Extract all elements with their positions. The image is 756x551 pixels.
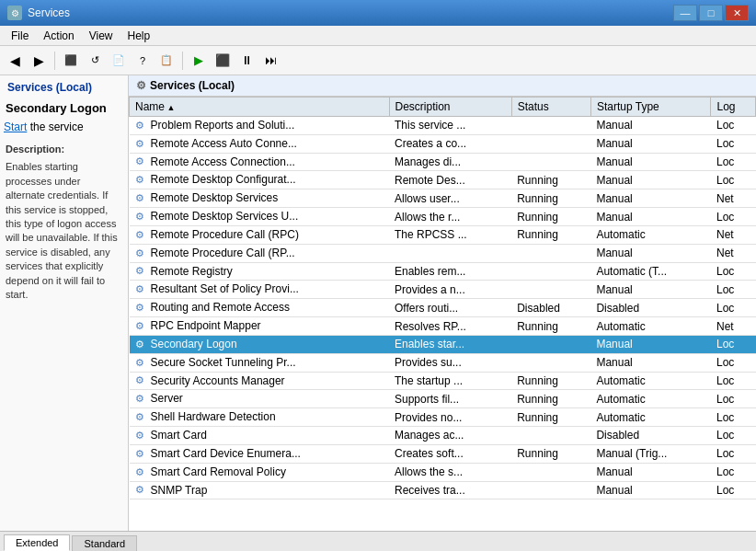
col-description[interactable]: Description <box>389 98 511 117</box>
service-startup-cell: Manual <box>590 208 711 226</box>
service-name-cell: ⚙Routing and Remote Access <box>130 299 390 317</box>
service-status-cell <box>511 427 590 445</box>
table-row[interactable]: ⚙Secure Socket Tunneling Pr...Provides s… <box>130 353 756 372</box>
service-desc-cell: Manages ac... <box>389 427 511 445</box>
tab-standard[interactable]: Standard <box>72 535 137 551</box>
service-name-cell: ⚙Remote Desktop Services U... <box>130 208 390 226</box>
col-name[interactable]: Name <box>130 98 390 117</box>
service-name-cell: ⚙Secure Socket Tunneling Pr... <box>130 353 390 372</box>
service-log-cell: Loc <box>711 262 756 281</box>
back-button[interactable]: ◀ <box>4 50 26 72</box>
service-name-cell: ⚙Problem Reports and Soluti... <box>130 117 390 135</box>
table-row[interactable]: ⚙Secondary LogonEnables star...ManualLoc <box>130 335 756 353</box>
services-table-container[interactable]: Name Description Status Startup Type Log… <box>129 97 756 531</box>
table-row[interactable]: ⚙Remote Desktop Configurat...Remote Des.… <box>130 171 756 189</box>
service-icon: ⚙ <box>135 265 148 278</box>
service-status-cell: Running <box>511 317 590 336</box>
start-service-button[interactable]: ▶ <box>188 50 210 72</box>
properties-button[interactable]: 📋 <box>155 50 178 72</box>
table-row[interactable]: ⚙Security Accounts ManagerThe startup ..… <box>130 372 756 390</box>
service-status-cell <box>511 353 590 372</box>
start-suffix: the service <box>27 121 83 133</box>
service-icon: ⚙ <box>135 484 148 497</box>
service-desc-cell: Enables star... <box>389 335 511 353</box>
service-status-cell: Running <box>511 189 590 208</box>
export-button[interactable]: 📄 <box>108 50 130 72</box>
table-row[interactable]: ⚙ServerSupports fil...RunningAutomaticLo… <box>130 390 756 408</box>
service-status-cell: Running <box>511 390 590 408</box>
service-icon: ⚙ <box>135 211 148 224</box>
service-log-cell: Loc <box>711 444 756 463</box>
table-row[interactable]: ⚙Shell Hardware DetectionProvides no...R… <box>130 408 756 427</box>
description-text: Enables starting processes under alterna… <box>6 160 122 302</box>
table-row[interactable]: ⚙Remote RegistryEnables rem...Automatic … <box>130 262 756 281</box>
service-log-cell: Net <box>711 189 756 208</box>
service-startup-cell: Manual <box>590 244 711 262</box>
col-log[interactable]: Log <box>711 98 756 117</box>
service-icon: ⚙ <box>135 192 148 205</box>
right-panel-header: Services (Local) <box>129 75 756 97</box>
table-row[interactable]: ⚙SNMP TrapReceives tra...ManualLoc <box>130 481 756 499</box>
service-icon: ⚙ <box>135 283 148 296</box>
table-row[interactable]: ⚙Remote Desktop Services U...Allows the … <box>130 208 756 226</box>
forward-button[interactable]: ▶ <box>28 50 50 72</box>
table-row[interactable]: ⚙Problem Reports and Soluti...This servi… <box>130 117 756 135</box>
service-log-cell: Net <box>711 225 756 244</box>
left-panel-header: Services (Local) <box>4 79 124 96</box>
service-status-cell <box>511 244 590 262</box>
service-name-cell: ⚙Remote Desktop Services <box>130 189 390 208</box>
service-desc-cell: This service ... <box>389 117 511 135</box>
col-status[interactable]: Status <box>511 98 590 117</box>
service-startup-cell: Manual <box>590 463 711 481</box>
service-name-cell: ⚙Remote Procedure Call (RP... <box>130 244 390 262</box>
table-row[interactable]: ⚙Routing and Remote AccessOffers routi..… <box>130 299 756 317</box>
stop-service-button[interactable]: ⬛ <box>212 50 234 72</box>
table-row[interactable]: ⚙Smart Card Removal PolicyAllows the s..… <box>130 463 756 481</box>
service-status-cell: Running <box>511 444 590 463</box>
table-row[interactable]: ⚙Smart CardManages ac...DisabledLoc <box>130 427 756 445</box>
minimize-button[interactable]: — <box>673 5 697 21</box>
service-desc-cell: Manages di... <box>389 153 511 171</box>
service-icon: ⚙ <box>135 393 148 406</box>
start-service-link[interactable]: Start <box>4 121 27 133</box>
service-desc-cell: Offers routi... <box>389 299 511 317</box>
service-startup-cell: Automatic (T... <box>590 262 711 281</box>
menubar: FileActionViewHelp <box>0 26 756 46</box>
col-startup[interactable]: Startup Type <box>590 98 711 117</box>
table-row[interactable]: ⚙Remote Procedure Call (RP...ManualNet <box>130 244 756 262</box>
service-name-cell: ⚙Remote Access Connection... <box>130 153 390 171</box>
table-row[interactable]: ⚙Remote Desktop ServicesAllows user...Ru… <box>130 189 756 208</box>
table-row[interactable]: ⚙Smart Card Device Enumera...Creates sof… <box>130 444 756 463</box>
tabs-bar: ExtendedStandard <box>0 531 756 551</box>
close-button[interactable]: ✕ <box>725 5 749 21</box>
refresh-button[interactable]: ↺ <box>84 50 106 72</box>
pause-service-button[interactable]: ⏸ <box>235 50 258 72</box>
table-row[interactable]: ⚙Remote Access Auto Conne...Creates a co… <box>130 134 756 153</box>
description-section: Description: Enables starting processes … <box>4 143 124 302</box>
table-row[interactable]: ⚙Resultant Set of Policy Provi...Provide… <box>130 281 756 299</box>
maximize-button[interactable]: □ <box>699 5 723 21</box>
service-status-cell: Running <box>511 372 590 390</box>
gear-icon <box>136 79 146 92</box>
tab-extended[interactable]: Extended <box>4 534 70 551</box>
table-row[interactable]: ⚙RPC Endpoint MapperResolves RP...Runnin… <box>130 317 756 336</box>
show-scope-button[interactable]: ⬛ <box>60 50 82 72</box>
table-row[interactable]: ⚙Remote Access Connection...Manages di..… <box>130 153 756 171</box>
service-icon: ⚙ <box>135 430 148 442</box>
right-panel: Services (Local) Name Description Status… <box>129 75 756 531</box>
service-log-cell: Loc <box>711 117 756 135</box>
menu-item-view[interactable]: View <box>82 28 120 44</box>
help-button[interactable]: ? <box>132 50 154 72</box>
restart-service-button[interactable]: ⏭ <box>259 50 281 72</box>
service-status-cell <box>511 134 590 153</box>
service-desc-cell: Receives tra... <box>389 481 511 499</box>
service-desc-cell: Provides a n... <box>389 281 511 299</box>
service-name-cell: ⚙Remote Access Auto Conne... <box>130 134 390 153</box>
service-desc-cell: Allows the s... <box>389 463 511 481</box>
service-log-cell: Net <box>711 317 756 336</box>
table-row[interactable]: ⚙Remote Procedure Call (RPC)The RPCSS ..… <box>130 225 756 244</box>
menu-item-file[interactable]: File <box>4 28 36 44</box>
menu-item-action[interactable]: Action <box>36 28 81 44</box>
menu-item-help[interactable]: Help <box>120 28 158 44</box>
service-startup-cell: Manual <box>590 481 711 499</box>
